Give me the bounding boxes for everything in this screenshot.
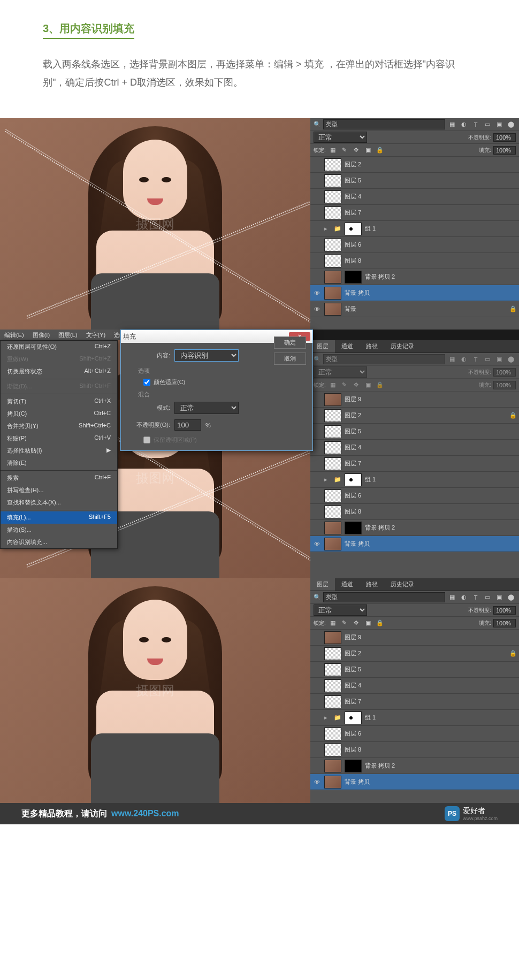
layer-thumbnail[interactable] <box>324 190 341 203</box>
edit-menu-item[interactable]: 内容识别填充... <box>1 536 117 548</box>
layer-row[interactable]: 图层 6 <box>310 488 519 504</box>
layer-thumbnail[interactable] <box>324 489 341 502</box>
layer-thumbnail[interactable] <box>324 506 341 518</box>
filter-adjust-icon[interactable]: ◐ <box>459 120 469 129</box>
edit-menu-item[interactable]: 拼写检查(H)... <box>1 484 117 496</box>
layer-thumbnail[interactable] <box>324 271 341 284</box>
fill-value[interactable]: 100% <box>493 619 516 627</box>
layer-thumbnail[interactable] <box>324 409 341 422</box>
lock-position-icon[interactable]: ✥ <box>352 146 361 155</box>
layer-row[interactable]: 👁背景 拷贝 <box>310 774 519 790</box>
layer-thumbnail[interactable] <box>324 776 341 788</box>
layer-row[interactable]: 图层 5 <box>310 173 519 189</box>
layer-thumbnail[interactable] <box>324 647 341 660</box>
layer-row[interactable]: ▸📁组 1 <box>310 710 519 726</box>
edit-menu-item[interactable]: 选择性粘贴(I)▶ <box>1 445 117 457</box>
layer-mask-thumbnail[interactable] <box>345 711 362 724</box>
layer-row[interactable]: 图层 2 <box>310 157 519 173</box>
layer-row[interactable]: 图层 4 <box>310 189 519 205</box>
edit-menu-item[interactable]: 粘贴(P)Ctrl+V <box>1 432 117 445</box>
layer-row[interactable]: 👁背景🔒 <box>310 301 519 317</box>
layer-row[interactable]: 图层 2🔒 <box>310 646 519 662</box>
layer-thumbnail[interactable] <box>324 158 341 171</box>
layer-name[interactable]: 组 1 <box>365 476 517 484</box>
blend-mode-select[interactable]: 正常 <box>314 132 367 143</box>
filter-adjust-icon[interactable]: ◐ <box>459 355 469 364</box>
layer-thumbnail[interactable] <box>324 287 341 300</box>
layer-name[interactable]: 背景 拷贝 <box>345 289 517 297</box>
layer-row[interactable]: 👁背景 拷贝 <box>310 285 519 301</box>
group-arrow-icon[interactable]: ▸ <box>324 476 331 483</box>
filter-type-select[interactable]: 类型 <box>323 354 445 364</box>
layer-thumbnail[interactable] <box>324 522 341 534</box>
layer-row[interactable]: 图层 6 <box>310 726 519 742</box>
edit-menu-item[interactable]: 剪切(T)Ctrl+X <box>1 395 117 408</box>
filter-adjust-icon[interactable]: ◐ <box>459 593 469 602</box>
layer-thumbnail[interactable] <box>324 744 341 756</box>
layer-row[interactable]: 👁背景 拷贝 <box>310 536 519 552</box>
fill-value[interactable]: 100% <box>493 146 516 155</box>
visibility-icon[interactable]: 👁 <box>312 779 321 785</box>
layer-row[interactable]: 图层 7 <box>310 205 519 221</box>
layer-row[interactable]: 图层 7 <box>310 694 519 710</box>
layer-row[interactable]: 图层 8 <box>310 742 519 758</box>
layer-name[interactable]: 图层 6 <box>345 241 517 249</box>
layer-row[interactable]: 图层 2🔒 <box>310 408 519 424</box>
cancel-button[interactable]: 取消 <box>274 353 306 365</box>
layer-name[interactable]: 图层 4 <box>345 682 517 690</box>
layer-name[interactable]: 图层 6 <box>345 492 517 500</box>
menu-item[interactable]: 图层(L) <box>54 330 81 340</box>
filter-shape-icon[interactable]: ▭ <box>483 120 492 129</box>
layer-thumbnail[interactable] <box>324 174 341 187</box>
filter-type-select[interactable]: 类型 <box>323 592 445 602</box>
menu-item[interactable]: 编辑(E) <box>0 330 28 340</box>
filter-smart-icon[interactable]: ▣ <box>494 120 504 129</box>
visibility-icon[interactable]: 👁 <box>312 290 321 296</box>
layer-thumbnail[interactable] <box>324 538 341 550</box>
lock-artboard-icon[interactable]: ▣ <box>363 146 373 155</box>
layer-row[interactable]: 背景 拷贝 2 <box>310 758 519 774</box>
layer-row[interactable]: 背景 拷贝 2 <box>310 269 519 285</box>
layer-row[interactable]: 图层 8 <box>310 253 519 269</box>
filter-text-icon[interactable]: T <box>471 120 480 129</box>
edit-menu-item[interactable]: 查找和替换文本(X)... <box>1 496 117 509</box>
layer-name[interactable]: 图层 5 <box>345 665 517 673</box>
layer-name[interactable]: 背景 拷贝 <box>345 778 517 786</box>
group-arrow-icon[interactable]: ▸ <box>324 225 331 232</box>
lock-transparency-icon[interactable]: ▦ <box>328 146 338 155</box>
layer-name[interactable]: 图层 7 <box>345 209 517 217</box>
filter-toggle-icon[interactable]: ⬤ <box>506 355 516 364</box>
panel-tab[interactable]: 路径 <box>360 578 384 591</box>
layer-thumbnail[interactable] <box>324 457 341 470</box>
layer-mask-thumbnail[interactable] <box>345 760 362 772</box>
menu-item[interactable]: 图像(I) <box>28 330 54 340</box>
layer-name[interactable]: 背景 拷贝 2 <box>365 762 517 770</box>
lock-transparency-icon[interactable]: ▦ <box>328 618 338 628</box>
footer-link[interactable]: www.240PS.com <box>111 809 179 818</box>
layer-row[interactable]: ▸📁组 1 <box>310 221 519 237</box>
filter-type-select[interactable]: 类型 <box>323 119 445 129</box>
layer-mask-thumbnail[interactable] <box>345 522 362 534</box>
layer-name[interactable]: 图层 9 <box>345 395 517 403</box>
lock-paint-icon[interactable]: ✎ <box>340 618 349 628</box>
layer-row[interactable]: ▸📁组 1 <box>310 472 519 488</box>
layer-list[interactable]: 图层 9图层 2🔒图层 5图层 4图层 7▸📁组 1图层 6图层 8背景 拷贝 … <box>310 630 519 790</box>
lock-all-icon[interactable]: 🔒 <box>375 618 385 628</box>
ok-button[interactable]: 确定 <box>274 336 306 349</box>
filter-shape-icon[interactable]: ▭ <box>483 355 492 364</box>
mode-select[interactable]: 正常 <box>174 402 239 414</box>
filter-smart-icon[interactable]: ▣ <box>494 355 504 364</box>
filter-toggle-icon[interactable]: ⬤ <box>506 120 516 129</box>
layer-thumbnail[interactable] <box>324 760 341 772</box>
layer-row[interactable]: 图层 8 <box>310 504 519 520</box>
canvas-area[interactable]: 摄图网 <box>0 118 310 330</box>
edit-menu-item[interactable]: 清除(E) <box>1 457 117 469</box>
layer-name[interactable]: 图层 8 <box>345 508 517 516</box>
group-arrow-icon[interactable]: ▸ <box>324 714 331 721</box>
layer-thumbnail[interactable] <box>324 728 341 740</box>
filter-pixel-icon[interactable]: ▦ <box>447 120 457 129</box>
panel-tab[interactable]: 图层 <box>310 340 335 353</box>
layer-name[interactable]: 图层 8 <box>345 257 517 265</box>
layer-name[interactable]: 图层 2 <box>345 411 506 419</box>
visibility-icon[interactable]: 👁 <box>312 541 321 547</box>
